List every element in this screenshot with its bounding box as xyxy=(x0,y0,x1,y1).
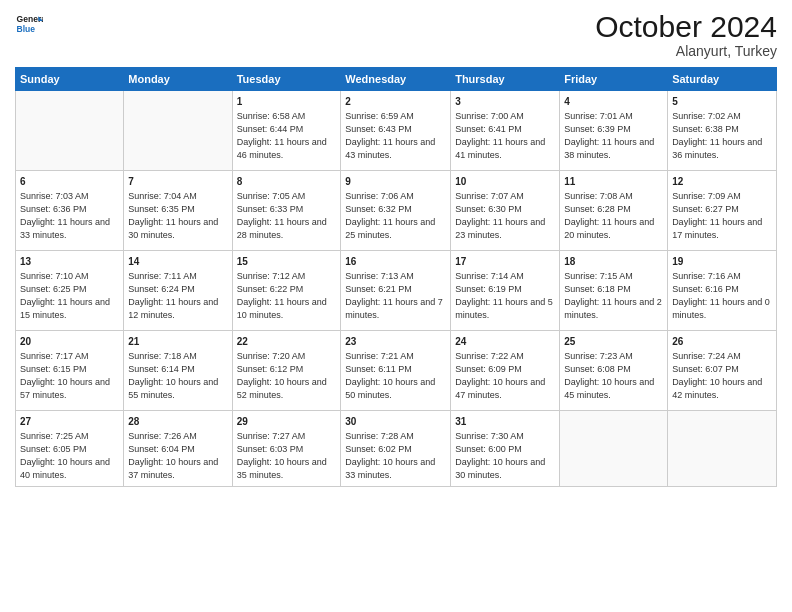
table-row: 26Sunrise: 7:24 AM Sunset: 6:07 PM Dayli… xyxy=(668,331,777,411)
table-row xyxy=(668,411,777,487)
day-number: 27 xyxy=(20,415,119,429)
day-number: 20 xyxy=(20,335,119,349)
day-number: 31 xyxy=(455,415,555,429)
header-friday: Friday xyxy=(560,68,668,91)
table-row xyxy=(560,411,668,487)
calendar-week-row: 1Sunrise: 6:58 AM Sunset: 6:44 PM Daylig… xyxy=(16,91,777,171)
day-info: Sunrise: 7:02 AM Sunset: 6:38 PM Dayligh… xyxy=(672,110,772,162)
day-info: Sunrise: 7:13 AM Sunset: 6:21 PM Dayligh… xyxy=(345,270,446,322)
table-row: 30Sunrise: 7:28 AM Sunset: 6:02 PM Dayli… xyxy=(341,411,451,487)
table-row: 14Sunrise: 7:11 AM Sunset: 6:24 PM Dayli… xyxy=(124,251,232,331)
table-row: 12Sunrise: 7:09 AM Sunset: 6:27 PM Dayli… xyxy=(668,171,777,251)
logo: General Blue xyxy=(15,10,43,38)
day-number: 28 xyxy=(128,415,227,429)
calendar-header-row: Sunday Monday Tuesday Wednesday Thursday… xyxy=(16,68,777,91)
day-number: 5 xyxy=(672,95,772,109)
day-number: 21 xyxy=(128,335,227,349)
table-row: 21Sunrise: 7:18 AM Sunset: 6:14 PM Dayli… xyxy=(124,331,232,411)
day-number: 1 xyxy=(237,95,337,109)
table-row: 9Sunrise: 7:06 AM Sunset: 6:32 PM Daylig… xyxy=(341,171,451,251)
table-row: 2Sunrise: 6:59 AM Sunset: 6:43 PM Daylig… xyxy=(341,91,451,171)
day-number: 14 xyxy=(128,255,227,269)
table-row: 31Sunrise: 7:30 AM Sunset: 6:00 PM Dayli… xyxy=(451,411,560,487)
day-number: 3 xyxy=(455,95,555,109)
day-info: Sunrise: 7:18 AM Sunset: 6:14 PM Dayligh… xyxy=(128,350,227,402)
day-info: Sunrise: 7:10 AM Sunset: 6:25 PM Dayligh… xyxy=(20,270,119,322)
table-row: 18Sunrise: 7:15 AM Sunset: 6:18 PM Dayli… xyxy=(560,251,668,331)
day-number: 23 xyxy=(345,335,446,349)
calendar-week-row: 13Sunrise: 7:10 AM Sunset: 6:25 PM Dayli… xyxy=(16,251,777,331)
day-info: Sunrise: 7:21 AM Sunset: 6:11 PM Dayligh… xyxy=(345,350,446,402)
header-thursday: Thursday xyxy=(451,68,560,91)
day-info: Sunrise: 7:28 AM Sunset: 6:02 PM Dayligh… xyxy=(345,430,446,482)
day-info: Sunrise: 7:20 AM Sunset: 6:12 PM Dayligh… xyxy=(237,350,337,402)
day-info: Sunrise: 7:24 AM Sunset: 6:07 PM Dayligh… xyxy=(672,350,772,402)
page-subtitle: Alanyurt, Turkey xyxy=(595,43,777,59)
table-row: 13Sunrise: 7:10 AM Sunset: 6:25 PM Dayli… xyxy=(16,251,124,331)
calendar-table: Sunday Monday Tuesday Wednesday Thursday… xyxy=(15,67,777,487)
day-info: Sunrise: 7:16 AM Sunset: 6:16 PM Dayligh… xyxy=(672,270,772,322)
table-row: 7Sunrise: 7:04 AM Sunset: 6:35 PM Daylig… xyxy=(124,171,232,251)
day-number: 18 xyxy=(564,255,663,269)
table-row: 24Sunrise: 7:22 AM Sunset: 6:09 PM Dayli… xyxy=(451,331,560,411)
day-info: Sunrise: 7:09 AM Sunset: 6:27 PM Dayligh… xyxy=(672,190,772,242)
day-info: Sunrise: 7:22 AM Sunset: 6:09 PM Dayligh… xyxy=(455,350,555,402)
day-number: 10 xyxy=(455,175,555,189)
header-saturday: Saturday xyxy=(668,68,777,91)
table-row: 10Sunrise: 7:07 AM Sunset: 6:30 PM Dayli… xyxy=(451,171,560,251)
day-number: 7 xyxy=(128,175,227,189)
calendar-week-row: 27Sunrise: 7:25 AM Sunset: 6:05 PM Dayli… xyxy=(16,411,777,487)
day-info: Sunrise: 7:08 AM Sunset: 6:28 PM Dayligh… xyxy=(564,190,663,242)
table-row: 20Sunrise: 7:17 AM Sunset: 6:15 PM Dayli… xyxy=(16,331,124,411)
day-number: 12 xyxy=(672,175,772,189)
header-tuesday: Tuesday xyxy=(232,68,341,91)
header: General Blue October 2024 Alanyurt, Turk… xyxy=(15,10,777,59)
day-number: 2 xyxy=(345,95,446,109)
day-number: 6 xyxy=(20,175,119,189)
day-number: 29 xyxy=(237,415,337,429)
day-info: Sunrise: 7:15 AM Sunset: 6:18 PM Dayligh… xyxy=(564,270,663,322)
title-block: October 2024 Alanyurt, Turkey xyxy=(595,10,777,59)
table-row: 19Sunrise: 7:16 AM Sunset: 6:16 PM Dayli… xyxy=(668,251,777,331)
table-row: 8Sunrise: 7:05 AM Sunset: 6:33 PM Daylig… xyxy=(232,171,341,251)
day-number: 11 xyxy=(564,175,663,189)
table-row xyxy=(16,91,124,171)
day-number: 24 xyxy=(455,335,555,349)
day-number: 22 xyxy=(237,335,337,349)
day-number: 16 xyxy=(345,255,446,269)
calendar-week-row: 20Sunrise: 7:17 AM Sunset: 6:15 PM Dayli… xyxy=(16,331,777,411)
day-info: Sunrise: 7:06 AM Sunset: 6:32 PM Dayligh… xyxy=(345,190,446,242)
table-row: 27Sunrise: 7:25 AM Sunset: 6:05 PM Dayli… xyxy=(16,411,124,487)
table-row: 29Sunrise: 7:27 AM Sunset: 6:03 PM Dayli… xyxy=(232,411,341,487)
table-row: 28Sunrise: 7:26 AM Sunset: 6:04 PM Dayli… xyxy=(124,411,232,487)
day-info: Sunrise: 7:01 AM Sunset: 6:39 PM Dayligh… xyxy=(564,110,663,162)
table-row: 25Sunrise: 7:23 AM Sunset: 6:08 PM Dayli… xyxy=(560,331,668,411)
day-info: Sunrise: 7:17 AM Sunset: 6:15 PM Dayligh… xyxy=(20,350,119,402)
table-row: 3Sunrise: 7:00 AM Sunset: 6:41 PM Daylig… xyxy=(451,91,560,171)
day-number: 30 xyxy=(345,415,446,429)
day-info: Sunrise: 7:27 AM Sunset: 6:03 PM Dayligh… xyxy=(237,430,337,482)
table-row: 5Sunrise: 7:02 AM Sunset: 6:38 PM Daylig… xyxy=(668,91,777,171)
day-number: 4 xyxy=(564,95,663,109)
calendar-week-row: 6Sunrise: 7:03 AM Sunset: 6:36 PM Daylig… xyxy=(16,171,777,251)
table-row: 11Sunrise: 7:08 AM Sunset: 6:28 PM Dayli… xyxy=(560,171,668,251)
header-monday: Monday xyxy=(124,68,232,91)
day-info: Sunrise: 6:58 AM Sunset: 6:44 PM Dayligh… xyxy=(237,110,337,162)
logo-icon: General Blue xyxy=(15,10,43,38)
day-number: 26 xyxy=(672,335,772,349)
day-info: Sunrise: 6:59 AM Sunset: 6:43 PM Dayligh… xyxy=(345,110,446,162)
table-row: 15Sunrise: 7:12 AM Sunset: 6:22 PM Dayli… xyxy=(232,251,341,331)
table-row: 23Sunrise: 7:21 AM Sunset: 6:11 PM Dayli… xyxy=(341,331,451,411)
page: General Blue October 2024 Alanyurt, Turk… xyxy=(0,0,792,612)
day-info: Sunrise: 7:12 AM Sunset: 6:22 PM Dayligh… xyxy=(237,270,337,322)
day-info: Sunrise: 7:05 AM Sunset: 6:33 PM Dayligh… xyxy=(237,190,337,242)
day-info: Sunrise: 7:14 AM Sunset: 6:19 PM Dayligh… xyxy=(455,270,555,322)
table-row: 4Sunrise: 7:01 AM Sunset: 6:39 PM Daylig… xyxy=(560,91,668,171)
day-info: Sunrise: 7:00 AM Sunset: 6:41 PM Dayligh… xyxy=(455,110,555,162)
day-info: Sunrise: 7:25 AM Sunset: 6:05 PM Dayligh… xyxy=(20,430,119,482)
day-info: Sunrise: 7:07 AM Sunset: 6:30 PM Dayligh… xyxy=(455,190,555,242)
day-number: 15 xyxy=(237,255,337,269)
svg-text:Blue: Blue xyxy=(17,24,36,34)
table-row: 17Sunrise: 7:14 AM Sunset: 6:19 PM Dayli… xyxy=(451,251,560,331)
header-wednesday: Wednesday xyxy=(341,68,451,91)
